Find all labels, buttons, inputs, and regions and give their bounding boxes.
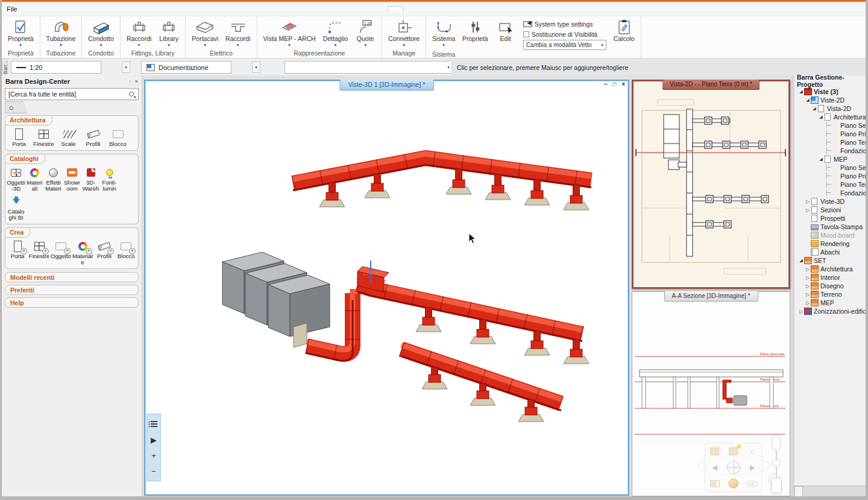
section-depth-slider[interactable] [771,435,782,493]
materials-view-icon[interactable] [705,475,724,492]
library-button[interactable]: Library▾ [155,17,183,49]
collapsed-section[interactable]: Preferiti [5,285,139,295]
catalog-item[interactable]: Profili [81,127,105,147]
tree-item[interactable]: Piano Terra [796,138,866,147]
tree-item[interactable]: Disegno [796,282,866,290]
menu-item[interactable] [269,7,285,11]
catalog-item[interactable]: Oggetti-3D [7,165,25,192]
play-icon[interactable]: ▶ [148,435,159,445]
menu-item[interactable] [388,6,403,12]
slider-handle[interactable] [771,478,782,493]
collapsed-bar-tab[interactable]: Barr... [2,59,8,77]
menu-item[interactable] [337,7,353,11]
documentazione-dropdown-button[interactable]: ▾ [252,62,260,73]
menu-item[interactable] [286,7,302,11]
tree-item[interactable]: Piano Secondo [796,163,866,172]
light-view-icon[interactable] [724,443,743,460]
tree-item[interactable]: Abachi [796,248,866,256]
tree-item[interactable]: Sezioni [796,206,866,214]
create-item[interactable]: Materiale [72,239,93,265]
panel-tab[interactable] [794,486,803,496]
vista-mep-arch-button[interactable]: Vista MEP - ARCH▾ [260,17,319,49]
expand-arrow[interactable] [805,199,811,204]
menu-item[interactable] [371,7,386,11]
expand-arrow[interactable] [825,122,831,128]
expand-arrow[interactable] [825,173,831,179]
create-item[interactable]: Blocco [115,239,137,259]
viewport-2d-title-tab[interactable]: Vista-2D - - Piano Terra (0 m) * [662,80,760,90]
expand-arrow[interactable] [805,275,811,280]
scale-dropdown-button[interactable]: ▾ [122,62,130,73]
expand-arrow[interactable] [825,182,831,188]
tree-item[interactable]: Viste-3D [796,197,866,206]
zoom-out-icon[interactable]: − [148,466,159,476]
expand-arrow[interactable] [805,300,811,306]
expand-arrow[interactable] [798,89,804,94]
create-item[interactable]: Profili [93,239,115,259]
create-item[interactable]: Porta [7,239,28,259]
expand-arrow[interactable] [818,157,824,162]
home-tab[interactable]: ⌂ [5,101,28,113]
catalog-item[interactable]: Showroom [63,165,81,192]
raccordi-elettrico-button[interactable]: Raccordi▾ [222,17,254,49]
tree-item[interactable]: Architettura [796,265,866,273]
view-list-icon[interactable] [148,419,159,429]
slider-mid-handle[interactable] [772,460,781,467]
create-item[interactable]: Finestre [28,239,50,259]
system-type-settings[interactable]: System type settings [523,19,606,28]
viewport-3d-title-tab[interactable]: Viste-3D 1 [3D-Immagine] * [339,80,435,90]
expand-arrow[interactable] [805,267,811,272]
expand-arrow[interactable] [825,139,831,145]
search-box[interactable]: [Cerca fra tutte le entità] [5,88,139,100]
tree-item[interactable]: Viste (3) [796,87,866,96]
tree-item[interactable]: SET [796,256,866,265]
collapsed-section[interactable]: Modelli recenti [5,272,139,282]
expand-arrow[interactable] [825,165,831,171]
mode-dropdown[interactable]: Cambia a modalità Vetto ▾ [523,40,606,50]
tree-item[interactable]: Prospetti [796,214,866,223]
tree-item[interactable]: Piano Primo [796,130,866,138]
selection-combo[interactable]: ▾ [285,61,458,74]
viewport-2d-plan[interactable]: Vista-2D - - Piano Terra (0 m) * [632,80,790,289]
tree-item[interactable]: Viste-2D [796,96,866,104]
rotate-right-icon[interactable]: ▶ [743,460,762,476]
menu-file[interactable]: File [2,5,24,13]
edit-button[interactable]: Edit [492,17,520,50]
sistema-button[interactable]: Sistema▾ [429,17,459,50]
tree-item[interactable]: Zonizzazioni-edificio [796,307,866,315]
slider-top-handle[interactable] [772,435,781,451]
viewport-window-buttons[interactable]: – □ × [604,81,627,87]
tree-item[interactable]: Rendering [796,239,866,248]
expand-arrow[interactable] [798,258,804,263]
collapsed-section[interactable]: Help [5,297,139,308]
tubazione-button[interactable]: Tubazione▾ [43,17,80,49]
menu-item[interactable] [303,7,319,11]
catalog-item[interactable]: Effetti Materi [44,165,63,192]
menu-item[interactable] [404,7,420,11]
tree-item[interactable]: Architettura [796,113,866,121]
menu-item[interactable] [354,7,370,11]
catalog-item[interactable]: Cataloghi BI [7,194,25,221]
visibility-checkbox[interactable] [523,31,529,37]
close-icon[interactable]: × [135,78,138,84]
tree-item[interactable]: Terreno [796,290,866,299]
expand-arrow[interactable] [805,98,811,103]
tree-item[interactable]: Fondazioni [796,147,866,155]
navigation-widget[interactable]: ⌂ ◀ ▶ [705,443,763,492]
tree-item[interactable]: MEP [796,155,866,163]
tree-item[interactable]: Fondazioni [796,189,866,197]
search-icon[interactable] [129,92,134,97]
menu-item[interactable] [421,7,437,11]
condotto-button[interactable]: Condotto▾ [84,17,118,49]
search-input[interactable]: [Cerca fra tutte le entità] [8,90,76,98]
expand-arrow[interactable] [805,292,811,297]
expand-arrow[interactable] [805,207,811,213]
expand-arrow[interactable] [825,148,831,154]
expand-arrow[interactable] [825,131,831,137]
dettaglio-button[interactable]: Dettaglio▾ [319,17,351,49]
expand-arrow[interactable] [798,309,804,314]
catalog-item[interactable]: 3D-Wareh [81,165,100,192]
portacavi-button[interactable]: Portacavi▾ [188,17,222,49]
tree-item[interactable]: Vista-2D [796,104,866,113]
tree-item[interactable]: MEP [796,299,866,307]
